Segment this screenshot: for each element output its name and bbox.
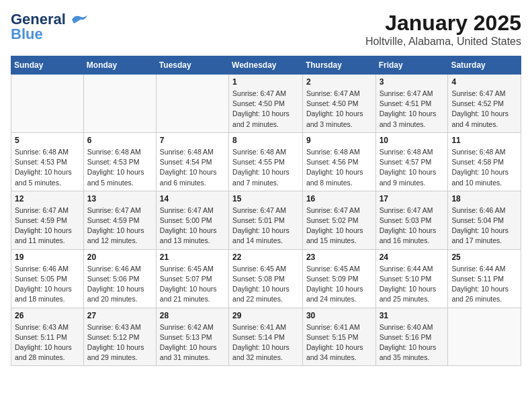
day-info: Sunrise: 6:48 AM Sunset: 4:57 PM Dayligh… bbox=[380, 147, 445, 188]
day-number: 14 bbox=[160, 194, 225, 203]
header-tuesday: Tuesday bbox=[156, 56, 228, 75]
calendar-cell: 27Sunrise: 6:43 AM Sunset: 5:12 PM Dayli… bbox=[83, 308, 156, 366]
calendar-cell: 16Sunrise: 6:47 AM Sunset: 5:02 PM Dayli… bbox=[302, 191, 375, 249]
day-number: 24 bbox=[380, 253, 445, 262]
calendar-cell bbox=[448, 308, 521, 366]
day-number: 10 bbox=[380, 136, 445, 145]
day-info: Sunrise: 6:46 AM Sunset: 5:04 PM Dayligh… bbox=[451, 205, 517, 246]
day-info: Sunrise: 6:45 AM Sunset: 5:07 PM Dayligh… bbox=[160, 264, 225, 305]
day-number: 29 bbox=[232, 311, 299, 320]
calendar-week-row: 19Sunrise: 6:46 AM Sunset: 5:05 PM Dayli… bbox=[11, 249, 521, 308]
calendar-cell: 25Sunrise: 6:44 AM Sunset: 5:11 PM Dayli… bbox=[448, 249, 521, 308]
header-saturday: Saturday bbox=[448, 56, 521, 75]
day-number: 28 bbox=[160, 311, 225, 320]
calendar-cell: 5Sunrise: 6:48 AM Sunset: 4:53 PM Daylig… bbox=[11, 132, 84, 191]
day-number: 15 bbox=[232, 194, 299, 203]
calendar-cell: 9Sunrise: 6:48 AM Sunset: 4:56 PM Daylig… bbox=[302, 132, 375, 191]
day-number: 13 bbox=[87, 194, 152, 203]
page-header: General Blue January 2025 Holtville, Ala… bbox=[11, 11, 521, 48]
calendar-cell: 11Sunrise: 6:48 AM Sunset: 4:58 PM Dayli… bbox=[448, 132, 521, 191]
day-info: Sunrise: 6:47 AM Sunset: 4:59 PM Dayligh… bbox=[15, 205, 80, 246]
header-wednesday: Wednesday bbox=[229, 56, 303, 75]
day-info: Sunrise: 6:47 AM Sunset: 4:59 PM Dayligh… bbox=[87, 205, 152, 246]
day-number: 25 bbox=[451, 253, 517, 262]
day-info: Sunrise: 6:41 AM Sunset: 5:15 PM Dayligh… bbox=[306, 322, 372, 363]
header-sunday: Sunday bbox=[11, 56, 84, 75]
day-info: Sunrise: 6:48 AM Sunset: 4:53 PM Dayligh… bbox=[15, 147, 80, 188]
calendar-cell: 14Sunrise: 6:47 AM Sunset: 5:00 PM Dayli… bbox=[156, 191, 228, 249]
calendar-cell: 31Sunrise: 6:40 AM Sunset: 5:16 PM Dayli… bbox=[375, 308, 448, 366]
day-number: 18 bbox=[451, 194, 517, 203]
day-number: 2 bbox=[306, 77, 372, 87]
day-info: Sunrise: 6:46 AM Sunset: 5:06 PM Dayligh… bbox=[87, 264, 152, 305]
title-block: January 2025 Holtville, Alabama, United … bbox=[365, 11, 521, 48]
day-number: 8 bbox=[232, 136, 299, 145]
day-info: Sunrise: 6:44 AM Sunset: 5:11 PM Dayligh… bbox=[451, 264, 517, 305]
calendar-cell: 19Sunrise: 6:46 AM Sunset: 5:05 PM Dayli… bbox=[11, 249, 84, 308]
calendar-cell: 20Sunrise: 6:46 AM Sunset: 5:06 PM Dayli… bbox=[83, 249, 156, 308]
day-number: 7 bbox=[160, 136, 225, 145]
calendar-cell bbox=[156, 75, 228, 133]
calendar-cell: 29Sunrise: 6:41 AM Sunset: 5:14 PM Dayli… bbox=[229, 308, 303, 366]
day-number: 5 bbox=[15, 136, 80, 145]
day-number: 3 bbox=[380, 77, 445, 87]
calendar-cell: 21Sunrise: 6:45 AM Sunset: 5:07 PM Dayli… bbox=[156, 249, 228, 308]
day-info: Sunrise: 6:48 AM Sunset: 4:53 PM Dayligh… bbox=[87, 147, 152, 188]
day-info: Sunrise: 6:46 AM Sunset: 5:05 PM Dayligh… bbox=[15, 264, 80, 305]
day-info: Sunrise: 6:47 AM Sunset: 4:50 PM Dayligh… bbox=[306, 89, 372, 130]
calendar-cell: 26Sunrise: 6:43 AM Sunset: 5:11 PM Dayli… bbox=[11, 308, 84, 366]
day-info: Sunrise: 6:47 AM Sunset: 4:50 PM Dayligh… bbox=[232, 89, 299, 130]
day-info: Sunrise: 6:47 AM Sunset: 4:52 PM Dayligh… bbox=[451, 89, 517, 130]
calendar-week-row: 1Sunrise: 6:47 AM Sunset: 4:50 PM Daylig… bbox=[11, 75, 521, 133]
calendar-week-row: 12Sunrise: 6:47 AM Sunset: 4:59 PM Dayli… bbox=[11, 191, 521, 249]
day-number: 22 bbox=[232, 253, 299, 262]
day-number: 23 bbox=[306, 253, 372, 262]
calendar-cell: 15Sunrise: 6:47 AM Sunset: 5:01 PM Dayli… bbox=[229, 191, 303, 249]
calendar-week-row: 26Sunrise: 6:43 AM Sunset: 5:11 PM Dayli… bbox=[11, 308, 521, 366]
day-number: 26 bbox=[15, 311, 80, 320]
calendar-cell: 24Sunrise: 6:44 AM Sunset: 5:10 PM Dayli… bbox=[375, 249, 448, 308]
calendar-cell bbox=[83, 75, 156, 133]
day-info: Sunrise: 6:42 AM Sunset: 5:13 PM Dayligh… bbox=[160, 322, 225, 363]
day-number: 17 bbox=[380, 194, 445, 203]
header-thursday: Thursday bbox=[302, 56, 375, 75]
calendar-cell: 18Sunrise: 6:46 AM Sunset: 5:04 PM Dayli… bbox=[448, 191, 521, 249]
calendar-table: SundayMondayTuesdayWednesdayThursdayFrid… bbox=[11, 56, 521, 366]
day-number: 1 bbox=[232, 77, 299, 87]
day-info: Sunrise: 6:40 AM Sunset: 5:16 PM Dayligh… bbox=[380, 322, 445, 363]
day-number: 4 bbox=[451, 77, 517, 87]
day-info: Sunrise: 6:43 AM Sunset: 5:11 PM Dayligh… bbox=[15, 322, 80, 363]
day-number: 30 bbox=[306, 311, 372, 320]
calendar-cell: 4Sunrise: 6:47 AM Sunset: 4:52 PM Daylig… bbox=[448, 75, 521, 133]
day-info: Sunrise: 6:43 AM Sunset: 5:12 PM Dayligh… bbox=[87, 322, 152, 363]
day-info: Sunrise: 6:45 AM Sunset: 5:08 PM Dayligh… bbox=[232, 264, 299, 305]
calendar-cell: 30Sunrise: 6:41 AM Sunset: 5:15 PM Dayli… bbox=[302, 308, 375, 366]
calendar-cell: 6Sunrise: 6:48 AM Sunset: 4:53 PM Daylig… bbox=[83, 132, 156, 191]
day-info: Sunrise: 6:48 AM Sunset: 4:55 PM Dayligh… bbox=[232, 147, 299, 188]
calendar-cell: 1Sunrise: 6:47 AM Sunset: 4:50 PM Daylig… bbox=[229, 75, 303, 133]
day-number: 19 bbox=[15, 253, 80, 262]
day-number: 6 bbox=[87, 136, 152, 145]
logo-bird-icon bbox=[69, 13, 89, 26]
calendar-cell: 7Sunrise: 6:48 AM Sunset: 4:54 PM Daylig… bbox=[156, 132, 228, 191]
header-monday: Monday bbox=[83, 56, 156, 75]
day-info: Sunrise: 6:44 AM Sunset: 5:10 PM Dayligh… bbox=[380, 264, 445, 305]
day-number: 27 bbox=[87, 311, 152, 320]
day-info: Sunrise: 6:47 AM Sunset: 5:03 PM Dayligh… bbox=[380, 205, 445, 246]
calendar-cell: 13Sunrise: 6:47 AM Sunset: 4:59 PM Dayli… bbox=[83, 191, 156, 249]
calendar-cell: 2Sunrise: 6:47 AM Sunset: 4:50 PM Daylig… bbox=[302, 75, 375, 133]
day-info: Sunrise: 6:48 AM Sunset: 4:56 PM Dayligh… bbox=[306, 147, 372, 188]
calendar-cell: 8Sunrise: 6:48 AM Sunset: 4:55 PM Daylig… bbox=[229, 132, 303, 191]
day-number: 31 bbox=[380, 311, 445, 320]
calendar-cell: 22Sunrise: 6:45 AM Sunset: 5:08 PM Dayli… bbox=[229, 249, 303, 308]
logo-text-blue: Blue bbox=[11, 26, 43, 43]
day-info: Sunrise: 6:47 AM Sunset: 5:02 PM Dayligh… bbox=[306, 205, 372, 246]
calendar-cell bbox=[11, 75, 84, 133]
calendar-cell: 3Sunrise: 6:47 AM Sunset: 4:51 PM Daylig… bbox=[375, 75, 448, 133]
calendar-subtitle: Holtville, Alabama, United States bbox=[365, 36, 521, 48]
calendar-header-row: SundayMondayTuesdayWednesdayThursdayFrid… bbox=[11, 56, 521, 75]
day-info: Sunrise: 6:48 AM Sunset: 4:54 PM Dayligh… bbox=[160, 147, 225, 188]
day-number: 20 bbox=[87, 253, 152, 262]
day-number: 11 bbox=[451, 136, 517, 145]
calendar-cell: 10Sunrise: 6:48 AM Sunset: 4:57 PM Dayli… bbox=[375, 132, 448, 191]
